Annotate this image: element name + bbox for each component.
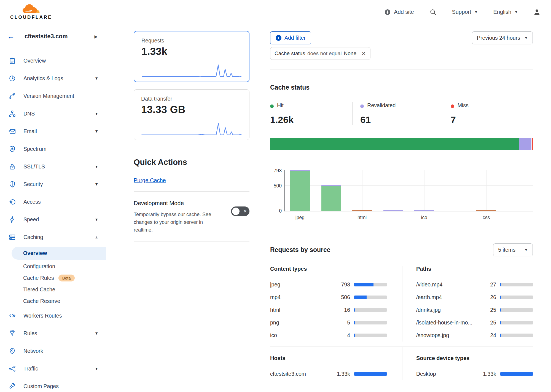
sidebar-item-overview[interactable]: Overview: [0, 52, 106, 69]
chevron-down-icon: ▼: [95, 366, 98, 371]
site-name: cftestsite3.com: [25, 33, 94, 40]
miss-label[interactable]: Miss: [458, 102, 469, 110]
sidebar-item-analytics-logs[interactable]: Analytics & Logs ▼: [0, 69, 106, 87]
add-filter-button[interactable]: + Add filter: [270, 31, 311, 44]
chevron-up-icon: ▲: [95, 235, 98, 239]
dns-sitemap-icon: [9, 110, 16, 117]
chevron-down-icon: ▼: [95, 182, 98, 186]
value-meter: [354, 308, 387, 312]
sidebar-item-speed[interactable]: Speed ▼: [0, 211, 106, 228]
bar-segment-hit: [476, 211, 496, 211]
value-meter: [500, 321, 533, 324]
requests-value: 1.33k: [141, 46, 242, 57]
value-meter: [500, 308, 533, 312]
analytics-icon: [9, 75, 16, 82]
sidebar-item-email[interactable]: Email ▼: [0, 122, 106, 140]
sidebar-item-caching[interactable]: Caching ▲: [0, 228, 106, 246]
x-tick-label: jpeg: [284, 215, 316, 221]
search-button[interactable]: [429, 9, 437, 16]
y-tick: 0: [279, 208, 282, 214]
value-meter: [354, 334, 387, 337]
sidebar-item-rules[interactable]: Rules ▼: [0, 324, 106, 342]
list-item: /earth.mp4 26: [416, 291, 533, 304]
cloudflare-logo[interactable]: CLOUDFLARE: [8, 4, 55, 20]
sidebar-item-traffic[interactable]: Traffic ▼: [0, 360, 106, 377]
sidebar-subitem-cache-rules[interactable]: Cache Rules Beta: [0, 272, 106, 284]
development-mode-text: Development Mode Temporarily bypass our …: [134, 200, 214, 234]
bar-slot-html: [347, 170, 378, 211]
value-meter: [500, 372, 533, 376]
sidebar-item-network[interactable]: Network: [0, 342, 106, 360]
add-site-button[interactable]: Add site: [384, 9, 414, 15]
summary-column: Requests 1.33k Data transfer 13.33 GB Qu…: [106, 24, 257, 392]
shield-icon: [9, 181, 16, 188]
requests-summary-card[interactable]: Requests 1.33k: [134, 31, 249, 82]
x-tick-label: [378, 215, 409, 221]
sidebar-item-ssl-tls[interactable]: SSL/TLS ▼: [0, 158, 106, 175]
sidebar-item-spectrum[interactable]: Spectrum: [0, 140, 106, 158]
code-brackets-icon: [9, 312, 16, 319]
support-menu[interactable]: Support ▼: [452, 9, 478, 15]
time-range-dropdown[interactable]: Previous 24 hours ▼: [472, 31, 533, 44]
purge-cache-link[interactable]: Purge Cache: [134, 177, 166, 184]
overview-icon: [9, 57, 16, 65]
chevron-down-icon: ▼: [95, 217, 98, 222]
value-meter: [500, 334, 533, 337]
remove-filter-icon[interactable]: ✕: [361, 51, 366, 56]
hit-label[interactable]: Hit: [277, 102, 284, 110]
sidebar-item-workers-routes[interactable]: Workers Routes: [0, 307, 106, 324]
account-menu[interactable]: [533, 9, 541, 16]
back-arrow-icon[interactable]: ←: [7, 33, 15, 40]
divider: [134, 191, 249, 192]
sidebar-subitem-tiered-cache[interactable]: Tiered Cache: [0, 284, 106, 295]
x-tick-label: [440, 215, 471, 221]
y-tick: 793: [274, 168, 282, 174]
data-transfer-label: Data transfer: [141, 96, 242, 102]
hit-dot: [270, 104, 274, 108]
sidebar-item-access[interactable]: Access: [0, 193, 106, 211]
sidebar-subitem-caching-overview[interactable]: Overview: [12, 247, 106, 260]
list-item: /video.mp4 27: [416, 278, 533, 291]
value-meter: [354, 283, 387, 286]
items-count-dropdown[interactable]: 5 items ▼: [493, 243, 533, 256]
sidebar-item-version-management[interactable]: Version Management: [0, 87, 106, 105]
email-icon: [9, 128, 16, 135]
revalidated-label[interactable]: Revalidated: [367, 102, 396, 110]
divider: [134, 241, 249, 241]
filter-chip: Cache status does not equal None ✕: [270, 47, 370, 60]
bar-segment-hit: [290, 171, 310, 211]
development-mode-title: Development Mode: [134, 200, 214, 206]
brand-text: CLOUDFLARE: [10, 15, 52, 20]
sidebar-item-security[interactable]: Security ▼: [0, 175, 106, 193]
data-transfer-value: 13.33 GB: [141, 104, 242, 116]
requests-label: Requests: [141, 37, 242, 44]
cache-status-title: Cache status: [270, 84, 533, 91]
miss-dot: [451, 104, 454, 108]
cache-status-chart: 793 500 0 jpeghtmlicocss: [270, 170, 533, 221]
sidebar-subitem-cache-reserve[interactable]: Cache Reserve: [0, 295, 106, 307]
list-item: /drinks.jpg 25: [416, 304, 533, 316]
funnel-icon: [9, 330, 16, 337]
quick-actions-title: Quick Actions: [134, 158, 249, 167]
x-axis-labels: jpeghtmlicocss: [284, 215, 533, 221]
value-meter: [500, 296, 533, 299]
gridline: [362, 170, 362, 211]
content-types-panel: Content types jpeg 793 mp4 506: [270, 266, 402, 342]
list-item: cftestsite3.com 1.33k: [270, 367, 387, 380]
x-tick-label: ico: [409, 215, 440, 221]
development-mode-toggle[interactable]: ✕: [231, 206, 249, 216]
chevron-right-icon[interactable]: ▶: [94, 34, 98, 39]
wrench-icon: [9, 383, 16, 390]
language-menu[interactable]: English ▼: [493, 9, 518, 15]
data-transfer-summary-card[interactable]: Data transfer 13.33 GB: [134, 89, 249, 140]
sidebar-item-custom-pages[interactable]: Custom Pages: [0, 377, 106, 392]
analytics-main: + Add filter Previous 24 hours ▼ Cache s…: [257, 24, 551, 392]
cache-status-distribution-bar: [270, 138, 533, 150]
traffic-share-icon: [9, 365, 16, 372]
sidebar-item-dns[interactable]: DNS ▼: [0, 105, 106, 122]
gridline: [486, 170, 487, 211]
bar-slot-png: [378, 170, 409, 211]
sidebar-subitem-configuration[interactable]: Configuration: [0, 261, 106, 272]
revalidated-dot: [360, 104, 364, 108]
value-meter: [500, 283, 533, 286]
